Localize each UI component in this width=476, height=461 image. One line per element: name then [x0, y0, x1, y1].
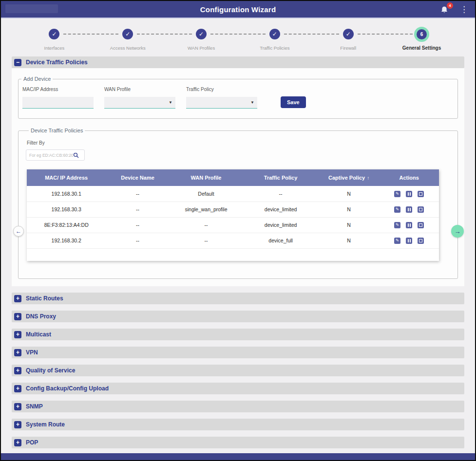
expand-icon[interactable]: +: [14, 295, 21, 302]
block-device-button[interactable]: [418, 222, 424, 228]
save-button[interactable]: Save: [281, 96, 306, 108]
edit-icon: ✎: [396, 223, 400, 227]
step-complete-circle[interactable]: ✓: [196, 29, 207, 39]
accordion-system-route[interactable]: + System Route: [12, 419, 464, 430]
step-active-circle[interactable]: 6: [414, 27, 429, 42]
mac-ip-input[interactable]: [22, 97, 94, 109]
step-access-networks: ✓ Access Networks: [91, 26, 165, 51]
expand-icon[interactable]: +: [14, 349, 21, 356]
step-complete-circle[interactable]: ✓: [269, 29, 280, 39]
chevron-down-icon: ▼: [250, 101, 254, 105]
expand-icon[interactable]: +: [14, 403, 21, 410]
previous-step-button[interactable]: ←: [13, 226, 24, 237]
accordion-vpn[interactable]: + VPN: [12, 347, 464, 358]
block-device-button[interactable]: [418, 206, 424, 213]
pause-device-button[interactable]: [406, 238, 412, 244]
step-label: General Settings: [402, 45, 441, 51]
column-header-wan-profile[interactable]: WAN Profile: [170, 169, 243, 186]
expand-icon[interactable]: +: [14, 439, 21, 446]
table-row: 8E:F3:82:13:A4:DD -- -- device_limited N…: [27, 217, 439, 233]
column-header-traffic-policy[interactable]: Traffic Policy: [243, 169, 319, 186]
accordion-label: DNS Proxy: [26, 313, 56, 320]
cell-traffic-policy: device_limited: [243, 202, 319, 217]
step-interfaces: ✓ Interfaces: [18, 26, 91, 51]
cell-captive-policy: N: [319, 202, 379, 217]
collapsed-sections: + Static Routes + DNS Proxy + Multicast …: [12, 293, 464, 448]
edit-icon: ✎: [396, 239, 400, 243]
table-row: 192.168.30.2 -- -- device_full N ✎: [27, 233, 439, 248]
cell-mac-ip: 192.168.30.2: [27, 233, 106, 248]
cell-wan-profile: Default: [170, 186, 243, 202]
accordion-label: VPN: [26, 349, 38, 356]
accordion-pop[interactable]: + POP: [12, 437, 464, 448]
accordion-config-backup-upload[interactable]: + Config Backup/Config Upload: [12, 383, 464, 394]
expand-icon[interactable]: +: [14, 421, 21, 428]
expand-icon[interactable]: +: [14, 385, 21, 392]
accordion-multicast[interactable]: + Multicast: [12, 329, 464, 340]
accordion-quality-of-service[interactable]: + Quality of Service: [12, 365, 464, 376]
cell-traffic-policy: device_full: [243, 233, 319, 248]
pause-device-button[interactable]: [406, 222, 412, 228]
column-header-captive-policy[interactable]: Captive Policy↑: [319, 169, 379, 186]
collapse-icon[interactable]: −: [14, 59, 21, 66]
stop-icon: [419, 239, 422, 242]
column-header-actions[interactable]: Actions: [379, 169, 439, 186]
table-header-row: MAC/ IP Address Device Name WAN Profile …: [27, 169, 439, 186]
add-device-legend: Add Device: [21, 76, 53, 82]
accordion-label: Static Routes: [26, 295, 63, 302]
cell-captive-policy: N: [319, 186, 379, 202]
step-label: Firewall: [340, 45, 356, 51]
cell-captive-policy: N: [319, 233, 379, 248]
accordion-dns-proxy[interactable]: + DNS Proxy: [12, 311, 464, 322]
accordion-label: Device Traffic Policies: [26, 59, 88, 66]
accordion-label: SNMP: [26, 403, 43, 410]
filter-by-label: Filter By: [27, 140, 457, 146]
step-traffic-policies: ✓ Traffic Policies: [238, 26, 311, 51]
step-complete-circle[interactable]: ✓: [122, 29, 133, 39]
notifications-button[interactable]: 4: [440, 4, 449, 14]
filter-input[interactable]: [29, 153, 73, 158]
block-device-button[interactable]: [418, 238, 424, 244]
edit-device-button[interactable]: ✎: [394, 238, 400, 244]
step-label: WAN Profiles: [188, 45, 215, 51]
filter-field: [26, 149, 85, 161]
wizard-stepper: ✓ Interfaces ✓ Access Networks ✓ WAN Pro…: [1, 18, 475, 51]
column-header-device-name[interactable]: Device Name: [106, 169, 169, 186]
step-complete-circle[interactable]: ✓: [49, 29, 59, 39]
search-icon[interactable]: [73, 152, 79, 158]
cell-device-name: --: [106, 233, 169, 248]
cell-traffic-policy: device_limited: [243, 217, 319, 233]
step-general-settings: 6 General Settings: [385, 26, 458, 51]
block-device-button[interactable]: [418, 191, 424, 197]
device-traffic-policies-legend: Device Traffic Policies: [29, 128, 85, 133]
expand-icon[interactable]: +: [14, 367, 21, 374]
wan-profile-label: WAN Profile: [104, 87, 175, 92]
page-title: Configuration Wizard: [1, 5, 475, 14]
check-icon: ✓: [199, 31, 204, 37]
configuration-wizard-window: Configuration Wizard 4 ⋮ ✓ Interfaces ✓ …: [0, 0, 476, 461]
next-step-button[interactable]: →: [451, 225, 464, 238]
step-complete-circle[interactable]: ✓: [343, 29, 354, 39]
pause-device-button[interactable]: [406, 206, 412, 213]
column-header-mac-ip[interactable]: MAC/ IP Address: [27, 169, 106, 186]
pause-device-button[interactable]: [406, 191, 412, 197]
step-label: Access Networks: [110, 45, 146, 51]
traffic-policy-select[interactable]: ▼: [186, 97, 257, 109]
kebab-menu-icon[interactable]: ⋮: [458, 4, 470, 15]
accordion-snmp[interactable]: + SNMP: [12, 401, 464, 412]
add-device-fieldset: Add Device MAC/IP Address WAN Profile ▼: [18, 76, 458, 119]
cell-wan-profile: --: [170, 217, 243, 233]
check-icon: ✓: [272, 31, 277, 37]
expand-icon[interactable]: +: [14, 313, 21, 320]
expand-icon[interactable]: +: [14, 331, 21, 338]
edit-device-button[interactable]: ✎: [394, 206, 400, 213]
edit-device-button[interactable]: ✎: [394, 191, 400, 197]
accordion-static-routes[interactable]: + Static Routes: [12, 293, 464, 304]
wan-profile-select[interactable]: ▼: [104, 97, 175, 109]
check-icon: ✓: [346, 31, 351, 37]
arrow-right-icon: →: [455, 228, 461, 235]
edit-icon: ✎: [396, 207, 400, 212]
edit-device-button[interactable]: ✎: [394, 222, 400, 228]
accordion-device-traffic-policies[interactable]: − Device Traffic Policies: [12, 56, 464, 68]
cell-device-name: --: [106, 217, 169, 233]
